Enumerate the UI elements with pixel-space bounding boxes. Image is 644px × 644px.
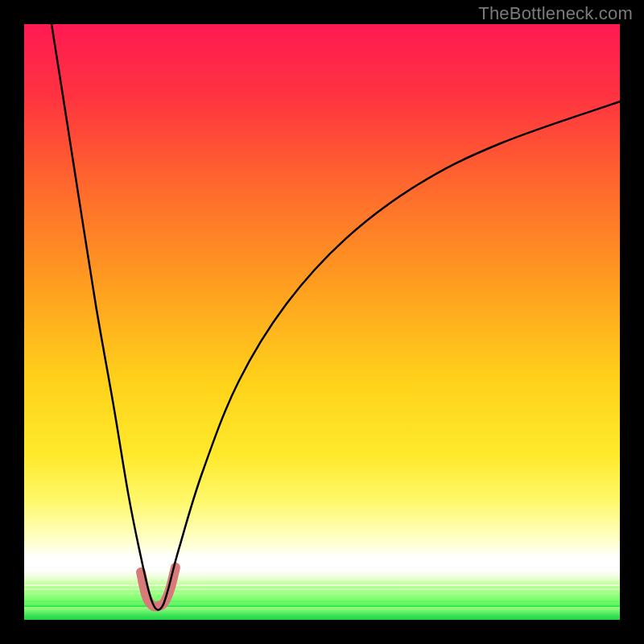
curve-layer xyxy=(24,24,620,620)
plot-area xyxy=(24,24,620,620)
bottleneck-curve xyxy=(52,24,620,610)
valley-marker xyxy=(141,568,175,607)
watermark-text: TheBottleneck.com xyxy=(478,3,633,24)
chart-frame: TheBottleneck.com xyxy=(0,0,644,644)
